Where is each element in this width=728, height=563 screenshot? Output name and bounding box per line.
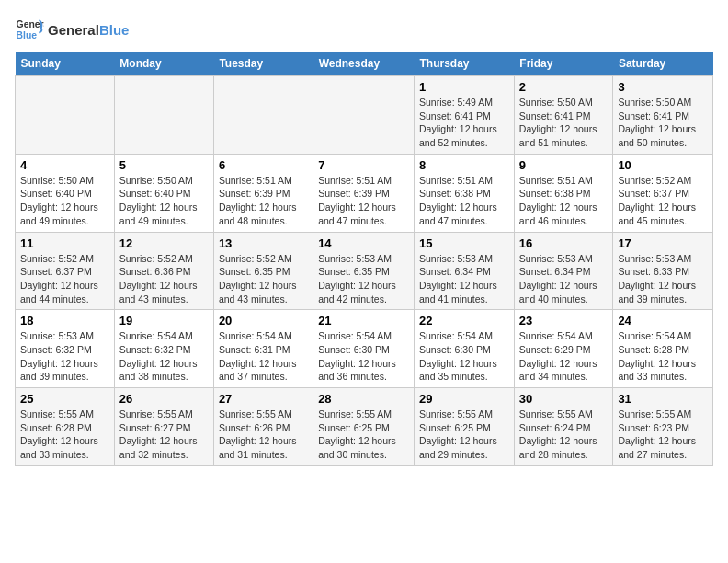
day-info: Sunrise: 5:52 AM Sunset: 6:37 PM Dayligh…	[20, 252, 109, 306]
day-number: 19	[119, 314, 209, 327]
day-info: Sunrise: 5:50 AM Sunset: 6:40 PM Dayligh…	[119, 174, 209, 228]
day-number: 14	[318, 236, 409, 250]
day-info: Sunrise: 5:55 AM Sunset: 6:25 PM Dayligh…	[419, 408, 509, 462]
calendar-cell: 3Sunrise: 5:50 AM Sunset: 6:41 PM Daylig…	[613, 76, 713, 155]
calendar-cell	[313, 76, 415, 155]
calendar-week-row: 11Sunrise: 5:52 AM Sunset: 6:37 PM Dayli…	[16, 232, 713, 310]
calendar-week-row: 18Sunrise: 5:53 AM Sunset: 6:32 PM Dayli…	[16, 310, 713, 388]
day-number: 25	[20, 392, 109, 406]
calendar-cell: 15Sunrise: 5:53 AM Sunset: 6:34 PM Dayli…	[415, 232, 515, 310]
calendar-cell	[16, 76, 115, 155]
calendar-cell: 29Sunrise: 5:55 AM Sunset: 6:25 PM Dayli…	[415, 388, 515, 466]
svg-text:Blue: Blue	[17, 30, 38, 40]
weekday-header-monday: Monday	[114, 52, 213, 76]
day-number: 20	[219, 314, 308, 327]
logo: General Blue GeneralBlue	[15, 15, 129, 44]
calendar-cell: 12Sunrise: 5:52 AM Sunset: 6:36 PM Dayli…	[114, 232, 213, 310]
calendar-cell: 30Sunrise: 5:55 AM Sunset: 6:24 PM Dayli…	[514, 388, 613, 466]
day-number: 5	[119, 158, 209, 172]
day-info: Sunrise: 5:50 AM Sunset: 6:41 PM Dayligh…	[618, 96, 708, 150]
day-number: 9	[519, 158, 609, 172]
calendar-cell: 8Sunrise: 5:51 AM Sunset: 6:38 PM Daylig…	[415, 154, 515, 232]
day-info: Sunrise: 5:53 AM Sunset: 6:33 PM Dayligh…	[618, 252, 708, 306]
calendar-table: SundayMondayTuesdayWednesdayThursdayFrid…	[15, 52, 713, 466]
calendar-cell: 20Sunrise: 5:54 AM Sunset: 6:31 PM Dayli…	[213, 310, 313, 388]
day-number: 10	[618, 158, 708, 172]
weekday-header-tuesday: Tuesday	[213, 52, 313, 76]
day-number: 8	[419, 158, 509, 172]
calendar-cell: 9Sunrise: 5:51 AM Sunset: 6:38 PM Daylig…	[514, 154, 613, 232]
day-number: 7	[318, 158, 409, 172]
day-info: Sunrise: 5:53 AM Sunset: 6:32 PM Dayligh…	[20, 329, 109, 384]
weekday-header-sunday: Sunday	[16, 52, 115, 76]
calendar-cell: 25Sunrise: 5:55 AM Sunset: 6:28 PM Dayli…	[16, 388, 115, 466]
day-info: Sunrise: 5:49 AM Sunset: 6:41 PM Dayligh…	[419, 96, 509, 150]
day-info: Sunrise: 5:54 AM Sunset: 6:28 PM Dayligh…	[618, 329, 708, 384]
day-info: Sunrise: 5:52 AM Sunset: 6:35 PM Dayligh…	[219, 252, 308, 306]
day-info: Sunrise: 5:53 AM Sunset: 6:34 PM Dayligh…	[419, 252, 509, 306]
calendar-week-row: 4Sunrise: 5:50 AM Sunset: 6:40 PM Daylig…	[16, 154, 713, 232]
day-info: Sunrise: 5:50 AM Sunset: 6:40 PM Dayligh…	[20, 174, 109, 228]
day-number: 29	[419, 392, 509, 406]
weekday-header-thursday: Thursday	[415, 52, 515, 76]
day-number: 30	[519, 392, 609, 406]
calendar-cell: 18Sunrise: 5:53 AM Sunset: 6:32 PM Dayli…	[16, 310, 115, 388]
calendar-week-row: 25Sunrise: 5:55 AM Sunset: 6:28 PM Dayli…	[16, 388, 713, 466]
day-info: Sunrise: 5:51 AM Sunset: 6:38 PM Dayligh…	[419, 174, 509, 228]
weekday-header-wednesday: Wednesday	[313, 52, 415, 76]
day-info: Sunrise: 5:54 AM Sunset: 6:29 PM Dayligh…	[519, 329, 609, 384]
day-number: 21	[318, 314, 409, 327]
day-number: 11	[20, 236, 109, 250]
day-info: Sunrise: 5:51 AM Sunset: 6:39 PM Dayligh…	[219, 174, 308, 228]
day-info: Sunrise: 5:54 AM Sunset: 6:31 PM Dayligh…	[219, 329, 308, 384]
day-number: 17	[618, 236, 708, 250]
header: General Blue GeneralBlue	[15, 15, 713, 44]
calendar-cell: 31Sunrise: 5:55 AM Sunset: 6:23 PM Dayli…	[613, 388, 713, 466]
day-number: 22	[419, 314, 509, 327]
day-number: 24	[618, 314, 708, 327]
calendar-cell: 17Sunrise: 5:53 AM Sunset: 6:33 PM Dayli…	[613, 232, 713, 310]
day-info: Sunrise: 5:54 AM Sunset: 6:32 PM Dayligh…	[119, 329, 209, 384]
calendar-cell: 2Sunrise: 5:50 AM Sunset: 6:41 PM Daylig…	[514, 76, 613, 155]
day-info: Sunrise: 5:55 AM Sunset: 6:27 PM Dayligh…	[119, 408, 209, 462]
day-info: Sunrise: 5:55 AM Sunset: 6:26 PM Dayligh…	[219, 408, 308, 462]
weekday-header-saturday: Saturday	[613, 52, 713, 76]
calendar-cell: 22Sunrise: 5:54 AM Sunset: 6:30 PM Dayli…	[415, 310, 515, 388]
calendar-cell: 16Sunrise: 5:53 AM Sunset: 6:34 PM Dayli…	[514, 232, 613, 310]
calendar-cell: 13Sunrise: 5:52 AM Sunset: 6:35 PM Dayli…	[213, 232, 313, 310]
day-number: 3	[618, 80, 708, 94]
calendar-cell: 24Sunrise: 5:54 AM Sunset: 6:28 PM Dayli…	[613, 310, 713, 388]
day-number: 13	[219, 236, 308, 250]
day-info: Sunrise: 5:52 AM Sunset: 6:36 PM Dayligh…	[119, 252, 209, 306]
day-number: 27	[219, 392, 308, 406]
day-number: 18	[20, 314, 109, 327]
day-info: Sunrise: 5:50 AM Sunset: 6:41 PM Dayligh…	[519, 96, 609, 150]
calendar-cell: 26Sunrise: 5:55 AM Sunset: 6:27 PM Dayli…	[114, 388, 213, 466]
calendar-cell: 1Sunrise: 5:49 AM Sunset: 6:41 PM Daylig…	[415, 76, 515, 155]
day-number: 16	[519, 236, 609, 250]
day-number: 15	[419, 236, 509, 250]
calendar-cell: 27Sunrise: 5:55 AM Sunset: 6:26 PM Dayli…	[213, 388, 313, 466]
day-number: 23	[519, 314, 609, 327]
weekday-header-friday: Friday	[514, 52, 613, 76]
calendar-cell: 23Sunrise: 5:54 AM Sunset: 6:29 PM Dayli…	[514, 310, 613, 388]
day-info: Sunrise: 5:55 AM Sunset: 6:25 PM Dayligh…	[318, 408, 409, 462]
day-info: Sunrise: 5:55 AM Sunset: 6:24 PM Dayligh…	[519, 408, 609, 462]
day-info: Sunrise: 5:54 AM Sunset: 6:30 PM Dayligh…	[318, 329, 409, 384]
day-info: Sunrise: 5:52 AM Sunset: 6:37 PM Dayligh…	[618, 174, 708, 228]
calendar-cell: 7Sunrise: 5:51 AM Sunset: 6:39 PM Daylig…	[313, 154, 415, 232]
calendar-cell: 19Sunrise: 5:54 AM Sunset: 6:32 PM Dayli…	[114, 310, 213, 388]
day-number: 1	[419, 80, 509, 94]
calendar-cell: 14Sunrise: 5:53 AM Sunset: 6:35 PM Dayli…	[313, 232, 415, 310]
weekday-header-row: SundayMondayTuesdayWednesdayThursdayFrid…	[16, 52, 713, 76]
day-info: Sunrise: 5:55 AM Sunset: 6:23 PM Dayligh…	[618, 408, 708, 462]
calendar-cell: 10Sunrise: 5:52 AM Sunset: 6:37 PM Dayli…	[613, 154, 713, 232]
calendar-cell: 11Sunrise: 5:52 AM Sunset: 6:37 PM Dayli…	[16, 232, 115, 310]
day-info: Sunrise: 5:54 AM Sunset: 6:30 PM Dayligh…	[419, 329, 509, 384]
day-info: Sunrise: 5:53 AM Sunset: 6:35 PM Dayligh…	[318, 252, 409, 306]
logo-name: GeneralBlue	[48, 22, 129, 38]
day-info: Sunrise: 5:55 AM Sunset: 6:28 PM Dayligh…	[20, 408, 109, 462]
day-info: Sunrise: 5:53 AM Sunset: 6:34 PM Dayligh…	[519, 252, 609, 306]
day-number: 4	[20, 158, 109, 172]
day-number: 26	[119, 392, 209, 406]
